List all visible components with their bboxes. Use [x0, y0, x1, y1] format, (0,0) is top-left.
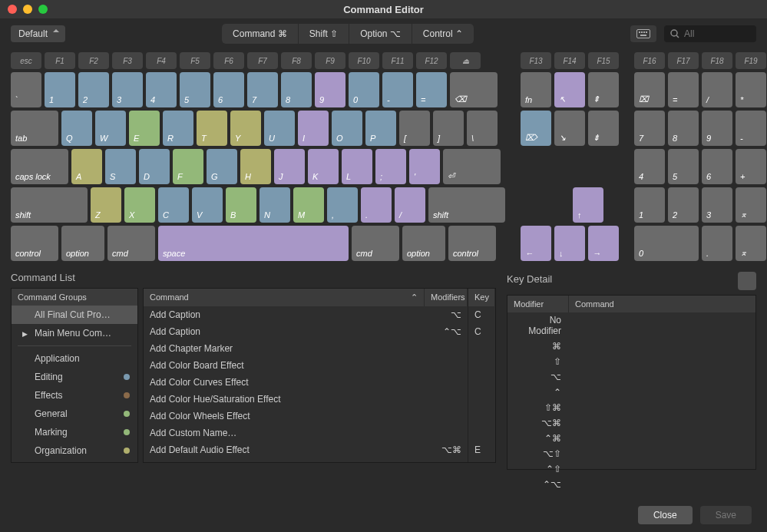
- group-row[interactable]: Application: [12, 349, 137, 368]
- fkey-F9[interactable]: F9: [315, 52, 345, 69]
- navkey[interactable]: ↘: [554, 111, 585, 146]
- detail-row[interactable]: ⌃⌘: [507, 431, 755, 446]
- fkey-esc[interactable]: esc: [11, 52, 41, 69]
- fkey-F2[interactable]: F2: [78, 52, 109, 69]
- key-C[interactable]: C: [158, 187, 189, 223]
- key-M[interactable]: M: [293, 187, 324, 223]
- numpad-2[interactable]: 2: [668, 187, 699, 223]
- numpad-8[interactable]: 8: [668, 111, 699, 146]
- key-[[interactable]: [: [399, 111, 430, 146]
- key-9[interactable]: 9: [315, 72, 345, 107]
- arrow-left[interactable]: ←: [521, 226, 551, 261]
- key-R[interactable]: R: [163, 111, 193, 146]
- numpad-/[interactable]: /: [702, 72, 732, 107]
- key-L[interactable]: L: [342, 149, 372, 184]
- key-8[interactable]: 8: [281, 72, 312, 107]
- key-U[interactable]: U: [264, 111, 295, 146]
- preset-select[interactable]: Default: [11, 25, 65, 42]
- fkey-F14[interactable]: F14: [554, 52, 585, 69]
- group-row[interactable]: ▶Main Menu Com…: [12, 324, 137, 342]
- key-][interactable]: ]: [433, 111, 464, 146]
- detail-row[interactable]: ⌃: [507, 385, 755, 400]
- key-E[interactable]: E: [129, 111, 160, 146]
- arrow-right[interactable]: →: [588, 226, 619, 261]
- command-row[interactable]: Add Custom Name…: [144, 425, 495, 441]
- navkey[interactable]: ⇟: [588, 111, 619, 146]
- key-6[interactable]: 6: [213, 72, 244, 107]
- navkey[interactable]: ⌦: [521, 111, 551, 146]
- detail-row[interactable]: ⌥⇧: [507, 446, 755, 461]
- fkey-F6[interactable]: F6: [213, 52, 244, 69]
- navkey[interactable]: fn: [521, 72, 551, 107]
- numpad-6[interactable]: 6: [702, 149, 732, 184]
- command-row[interactable]: Add Caption⌃⌥C: [144, 323, 495, 340]
- key-W[interactable]: W: [95, 111, 126, 146]
- command-row[interactable]: Add Color Board Effect: [144, 357, 495, 374]
- key-tab[interactable]: tab: [11, 111, 58, 146]
- mod-shift[interactable]: Shift ⇧: [299, 24, 349, 44]
- command-row[interactable]: Add Color Hue/Saturation Effect: [144, 391, 495, 408]
- key-G[interactable]: G: [207, 149, 237, 184]
- detail-row[interactable]: ⌘: [507, 339, 755, 354]
- group-row[interactable]: Effects: [12, 386, 137, 405]
- key-H[interactable]: H: [240, 149, 271, 184]
- key-Y[interactable]: Y: [230, 111, 261, 146]
- mod-option[interactable]: Option ⌥: [349, 24, 412, 44]
- numpad-⌅[interactable]: ⌅: [736, 187, 766, 223]
- key--[interactable]: -: [382, 72, 413, 107]
- command-row[interactable]: Add Default Audio Effect⌥⌘E: [144, 441, 495, 458]
- col-detail-modifier[interactable]: Modifier: [507, 296, 569, 312]
- detail-row[interactable]: ⇧: [507, 354, 755, 369]
- key-T[interactable]: T: [197, 111, 227, 146]
- fkey-F15[interactable]: F15: [588, 52, 619, 69]
- numpad-9[interactable]: 9: [702, 111, 732, 146]
- key-control[interactable]: control: [11, 226, 58, 261]
- key-D[interactable]: D: [139, 149, 170, 184]
- key-2[interactable]: 2: [78, 72, 109, 107]
- key-F[interactable]: F: [173, 149, 203, 184]
- numpad-enter[interactable]: ⌅: [736, 226, 766, 261]
- key-V[interactable]: V: [192, 187, 223, 223]
- command-row[interactable]: Add Chapter Marker: [144, 340, 495, 357]
- fkey-F12[interactable]: F12: [416, 52, 447, 69]
- detail-row[interactable]: ⌃⌥: [507, 477, 755, 492]
- key-cmd[interactable]: cmd: [107, 226, 155, 261]
- key-/[interactable]: /: [395, 187, 425, 223]
- key-3[interactable]: 3: [112, 72, 143, 107]
- mod-command[interactable]: Command ⌘: [222, 24, 299, 44]
- key-⏎[interactable]: ⏎: [443, 149, 501, 184]
- key-shift[interactable]: shift: [11, 187, 88, 223]
- fkey-F7[interactable]: F7: [247, 52, 278, 69]
- numpad-dot[interactable]: .: [702, 226, 732, 261]
- numpad-+[interactable]: +: [736, 149, 766, 184]
- numpad--[interactable]: -: [736, 111, 766, 146]
- group-row[interactable]: Editing: [12, 368, 137, 386]
- detail-row[interactable]: ⌃⇧: [507, 461, 755, 477]
- key-Q[interactable]: Q: [61, 111, 92, 146]
- numpad-=[interactable]: =: [668, 72, 699, 107]
- command-row[interactable]: Add Default Transition⌘T: [144, 458, 495, 462]
- mod-control[interactable]: Control ⌃: [412, 24, 474, 44]
- key-P[interactable]: P: [365, 111, 396, 146]
- detail-row[interactable]: ⇧⌘: [507, 400, 755, 415]
- group-row[interactable]: Playback/Na…: [12, 460, 137, 463]
- col-detail-command[interactable]: Command: [569, 296, 755, 312]
- key-color-swatch[interactable]: [738, 272, 756, 290]
- fkey-F18[interactable]: F18: [702, 52, 732, 69]
- fkey-⏏[interactable]: ⏏: [450, 52, 481, 69]
- key-\[interactable]: \: [467, 111, 498, 146]
- fkey-F13[interactable]: F13: [521, 52, 551, 69]
- key-shift[interactable]: shift: [428, 187, 505, 223]
- close-button[interactable]: Close: [638, 506, 693, 524]
- key-B[interactable]: B: [226, 187, 256, 223]
- key-.[interactable]: .: [361, 187, 392, 223]
- numpad-0[interactable]: 0: [634, 226, 699, 261]
- detail-row[interactable]: ⌥⌘: [507, 415, 755, 431]
- detail-row[interactable]: No Modifier: [507, 312, 755, 339]
- key-,[interactable]: ,: [327, 187, 358, 223]
- key-O[interactable]: O: [332, 111, 362, 146]
- group-row[interactable]: General: [12, 405, 137, 423]
- col-modifiers[interactable]: Modifiers: [425, 289, 468, 306]
- key-A[interactable]: A: [71, 149, 102, 184]
- fkey-F3[interactable]: F3: [112, 52, 143, 69]
